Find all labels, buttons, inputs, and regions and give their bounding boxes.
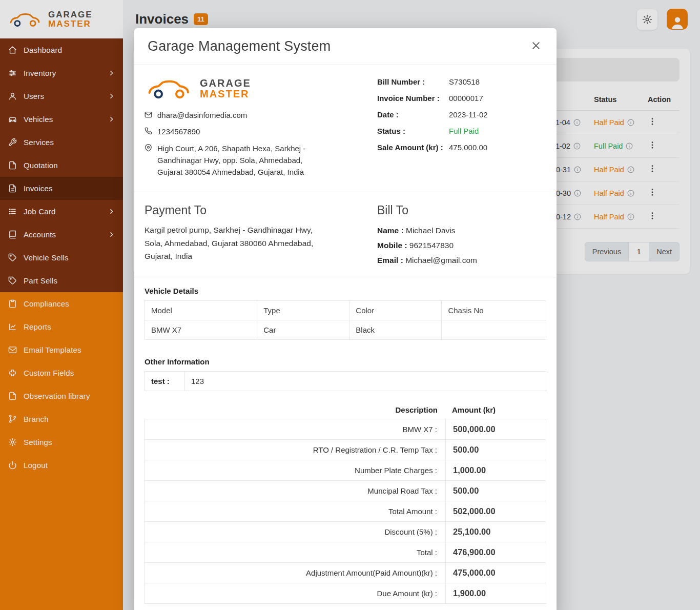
field-label: Mobile : (377, 241, 409, 250)
brand-name-bottom: MASTER (200, 89, 251, 99)
charge-row: RTO / Registration / C.R. Temp Tax :500.… (145, 439, 546, 460)
invoice-detail-modal: Garage Management System GARAGE MASTER d… (134, 28, 557, 610)
other-info-value: 123 (185, 372, 546, 391)
payment-to-section: Payment To Kargil petrol pump, Sarkhej -… (145, 201, 377, 268)
modal-close-button[interactable] (529, 38, 543, 54)
mail-icon (145, 111, 152, 118)
bill-to-heading: Bill To (377, 204, 546, 217)
field-label: Bill Number : (377, 77, 449, 86)
col-type: Type (257, 301, 349, 320)
charge-amount: 25,100.00 (445, 522, 546, 542)
invoice-date-value: 2023-11-02 (449, 110, 488, 119)
sale-amount-value: 475,000.00 (449, 143, 487, 152)
charge-label: RTO / Registration / C.R. Temp Tax : (145, 440, 445, 460)
divider (134, 192, 557, 192)
vehicle-chasis-no (442, 320, 546, 340)
charge-amount: 500.00 (445, 440, 546, 460)
charge-row: Total Amount :502,000.00 (145, 501, 546, 522)
col-model: Model (145, 301, 257, 320)
field-label: Status : (377, 127, 449, 135)
charge-label: Number Plate Charges : (145, 460, 445, 480)
company-info: GARAGE MASTER dhara@dasinfomedia.com 123… (145, 74, 377, 182)
field-label: Invoice Number : (377, 94, 449, 103)
charge-row: Total :476,900.00 (145, 542, 546, 563)
charges-section: Description Amount (kr) BMW X7 :500,000.… (145, 405, 546, 604)
charge-row: Number Plate Charges :1,000.00 (145, 460, 546, 481)
charge-label: BMW X7 : (145, 419, 445, 439)
charge-label: Adjustment Amount(Paid Amount)(kr) : (145, 563, 445, 583)
charge-amount: 1,900.00 (445, 583, 546, 603)
col-chasis-no: Chasis No (442, 301, 546, 320)
vehicle-model: BMW X7 (145, 320, 257, 340)
modal-body: GARAGE MASTER dhara@dasinfomedia.com 123… (134, 65, 557, 610)
vehicle-type: Car (257, 320, 349, 340)
bill-to-email: Michael@gmail.com (405, 256, 477, 265)
bill-to-mobile: 9621547830 (409, 241, 454, 250)
charge-label: Discount (5%) : (145, 522, 445, 542)
charge-amount: 1,000.00 (445, 460, 546, 480)
other-info-label: test : (145, 372, 185, 391)
payment-to-heading: Payment To (145, 204, 377, 217)
charge-label: Due Amount (kr) : (145, 583, 445, 603)
company-phone: 1234567890 (157, 126, 200, 137)
map-pin-icon (145, 144, 152, 152)
other-information-heading: Other Information (145, 357, 546, 366)
invoice-info: Bill Number :S730518 Invoice Number :000… (377, 74, 546, 182)
field-label: Email : (377, 256, 405, 265)
charge-row: Due Amount (kr) :1,900.00 (145, 583, 546, 604)
invoice-number-value: 00000017 (449, 94, 483, 103)
charge-row: Adjustment Amount(Paid Amount)(kr) :475,… (145, 562, 546, 583)
company-email: dhara@dasinfomedia.com (157, 109, 247, 121)
charge-amount: 502,000.00 (445, 501, 546, 521)
vehicle-row: BMW X7 Car Black (145, 320, 546, 340)
divider (134, 277, 557, 277)
vehicle-details-table: Model Type Color Chasis No BMW X7 Car Bl… (145, 300, 546, 340)
field-label: Name : (377, 226, 406, 235)
phone-icon (145, 127, 152, 135)
charge-label: Muncipal Road Tax : (145, 481, 445, 501)
charge-row: Muncipal Road Tax :500.00 (145, 480, 546, 501)
brand-car-icon (145, 76, 194, 101)
amount-header: Amount (kr) (446, 405, 546, 414)
charge-row: Discount (5%) :25,100.00 (145, 521, 546, 542)
col-color: Color (349, 301, 442, 320)
charge-amount: 475,000.00 (445, 563, 546, 583)
bill-number-value: S730518 (449, 77, 480, 86)
status-value: Full Paid (449, 127, 479, 135)
close-icon (531, 40, 541, 51)
field-label: Sale Amount (kr) : (377, 143, 449, 152)
bill-to-name: Michael Davis (406, 226, 455, 235)
payment-to-address: Kargil petrol pump, Sarkhej - Gandhinaga… (145, 223, 314, 263)
company-logo: GARAGE MASTER (145, 76, 377, 101)
other-info-row: test : 123 (145, 372, 546, 391)
bill-to-section: Bill To Name : Michael Davis Mobile : 96… (377, 201, 546, 268)
charge-amount: 476,900.00 (445, 542, 546, 562)
charge-label: Total : (145, 542, 445, 562)
charge-amount: 500,000.00 (445, 419, 546, 439)
brand-name-top: GARAGE (200, 78, 251, 89)
modal-title: Garage Management System (148, 38, 331, 54)
company-address: High Court, A 206, Shapath Hexa, Sarkhej… (157, 143, 321, 178)
charge-label: Total Amount : (145, 501, 445, 521)
other-information-table: test : 123 (145, 371, 546, 391)
field-label: Date : (377, 110, 449, 119)
charge-amount: 500.00 (445, 481, 546, 501)
description-header: Description (145, 405, 446, 414)
modal-header: Garage Management System (134, 28, 557, 65)
vehicle-color: Black (349, 320, 442, 340)
charge-row: BMW X7 :500,000.00 (145, 419, 546, 440)
vehicle-details-heading: Vehicle Details (145, 287, 546, 295)
